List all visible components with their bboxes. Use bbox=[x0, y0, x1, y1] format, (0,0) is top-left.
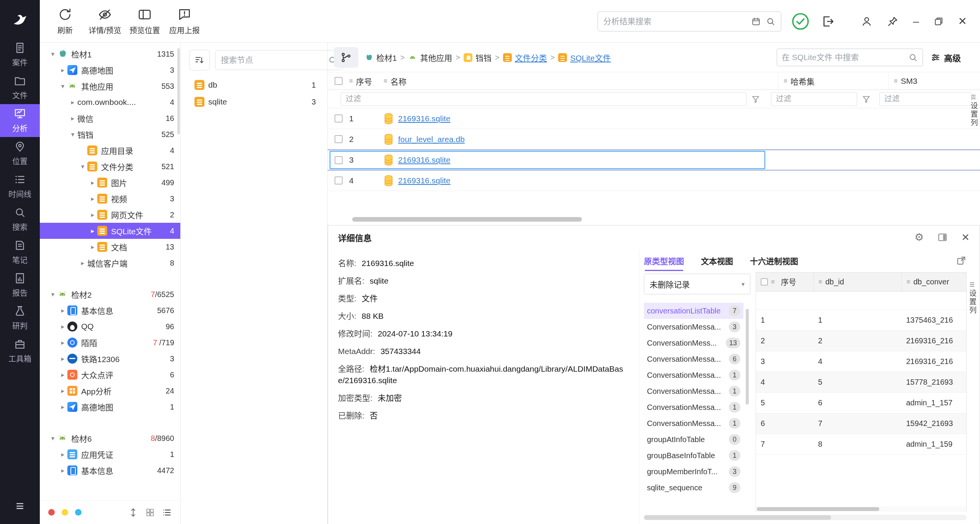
table-row[interactable]: 6715942_21693 bbox=[756, 413, 966, 434]
close-button[interactable]: ✕ bbox=[958, 16, 967, 27]
chevron-right-icon[interactable]: ▸ bbox=[88, 179, 97, 187]
tree-item[interactable]: ▸ 基本信息 5676 bbox=[40, 302, 180, 318]
advanced-search-button[interactable]: 高级 bbox=[931, 51, 961, 64]
chevron-right-icon[interactable]: ▸ bbox=[88, 211, 97, 219]
chevron-down-icon[interactable]: ▾ bbox=[78, 163, 87, 171]
vertical-scrollbar-thumb[interactable] bbox=[746, 309, 749, 405]
chevron-right-icon[interactable]: ▸ bbox=[78, 259, 87, 267]
chevron-right-icon[interactable]: ▸ bbox=[58, 355, 67, 363]
table-row[interactable]: 222169316_216 bbox=[756, 331, 966, 351]
db-table-item[interactable]: ConversationMessa...1 bbox=[644, 399, 743, 415]
minimize-button[interactable]: – bbox=[913, 16, 919, 27]
tree-item[interactable]: ▾ 铛铛 525 bbox=[40, 126, 180, 142]
file-link[interactable]: 2169316.sqlite bbox=[398, 114, 451, 123]
sidebar-item-timeline[interactable]: 时间线 bbox=[0, 170, 40, 203]
db-table-item[interactable]: groupBaseInfoTable1 bbox=[644, 447, 743, 464]
tree-item[interactable]: ▾ 其他应用 553 bbox=[40, 78, 180, 94]
tab-original-view[interactable]: 原类型视图 bbox=[644, 255, 684, 266]
table-row[interactable]: 2 four_level_area.db bbox=[328, 129, 980, 150]
record-filter-dropdown[interactable]: 未删除记录 ▾ bbox=[644, 274, 750, 294]
tree-item[interactable]: ▸ QQ 96 bbox=[40, 318, 180, 335]
funnel-icon[interactable] bbox=[862, 95, 871, 104]
sidebar-item-report[interactable]: 报告 bbox=[0, 269, 40, 302]
chevron-right-icon[interactable]: ▸ bbox=[88, 195, 97, 203]
chevron-right-icon[interactable]: ▸ bbox=[88, 243, 97, 251]
table-row[interactable]: 4 2169316.sqlite bbox=[328, 170, 980, 191]
table-row[interactable]: 78admin_1_159 bbox=[756, 434, 966, 455]
table-row[interactable]: 1 2169316.sqlite bbox=[328, 108, 980, 129]
calendar-icon[interactable] bbox=[751, 16, 761, 26]
export-icon[interactable] bbox=[821, 15, 835, 28]
analysis-result-search-input[interactable] bbox=[603, 17, 746, 26]
tree-item[interactable]: ▸ 陌陌 7 /719 bbox=[40, 335, 180, 351]
db-table-item[interactable]: sqlite_sequence9 bbox=[644, 480, 743, 496]
sidebar-item-case[interactable]: 案件 bbox=[0, 38, 40, 71]
close-icon[interactable]: ✕ bbox=[961, 232, 970, 242]
maximize-restore-button[interactable] bbox=[934, 16, 944, 26]
hashset-filter-input[interactable] bbox=[776, 95, 852, 103]
tab-hex-view[interactable]: 十六进制视图 bbox=[750, 255, 798, 266]
chevron-down-icon[interactable]: ▾ bbox=[48, 434, 57, 442]
app-report-button[interactable]: 应用上报 bbox=[165, 7, 204, 36]
name-filter-input[interactable] bbox=[346, 95, 742, 103]
tree-item[interactable]: ▸ 高德地图 3 bbox=[40, 62, 180, 78]
chevron-down-icon[interactable]: ▾ bbox=[48, 50, 57, 58]
scrollbar-thumb[interactable] bbox=[644, 515, 831, 520]
row-checkbox[interactable] bbox=[335, 156, 343, 164]
column-settings-control[interactable]: ☰ 设置列 bbox=[969, 94, 978, 127]
column-menu-icon[interactable]: ≡ bbox=[906, 278, 910, 286]
menu-hamburger-icon[interactable]: ≡ bbox=[16, 498, 24, 514]
select-all-checkbox[interactable] bbox=[761, 278, 768, 286]
sidebar-item-location[interactable]: 位置 bbox=[0, 137, 40, 170]
blue-tag-dot[interactable] bbox=[75, 509, 82, 516]
dock-panel-icon[interactable] bbox=[938, 232, 947, 242]
db-table-item[interactable]: ConversationMessa...1 bbox=[644, 367, 743, 383]
tree-item[interactable]: ▸ 高德地图 1 bbox=[40, 399, 180, 415]
breadcrumb-item-sqlite-files[interactable]: SQLite文件 bbox=[558, 52, 611, 63]
db-table-item-selected[interactable]: conversationListTable7 bbox=[644, 303, 743, 319]
chevron-down-icon[interactable]: ▾ bbox=[68, 131, 77, 139]
tree-item[interactable]: ▸ 基本信息 4472 bbox=[40, 462, 180, 478]
detail-preview-button[interactable]: 详情/预览 bbox=[85, 7, 125, 36]
file-link[interactable]: 2169316.sqlite bbox=[398, 155, 451, 165]
column-menu-icon[interactable]: ≡ bbox=[894, 77, 898, 85]
chevron-right-icon[interactable]: ▸ bbox=[68, 98, 77, 106]
branch-view-button[interactable] bbox=[334, 47, 358, 68]
column-header-hashset[interactable]: ≡哈希集 bbox=[778, 72, 888, 90]
column-header-db-conver[interactable]: ≡db_conver bbox=[902, 273, 966, 291]
column-menu-icon[interactable]: ≡ bbox=[784, 77, 787, 85]
tree-item[interactable]: ▸ 铁路12306 3 bbox=[40, 351, 180, 367]
row-checkbox[interactable] bbox=[335, 135, 343, 143]
column-settings-control[interactable]: ☰ 设置列 bbox=[967, 281, 977, 315]
column-menu-icon[interactable]: ≡ bbox=[818, 278, 822, 286]
sidebar-item-toolbox[interactable]: 工具箱 bbox=[0, 335, 40, 367]
scrollbar-thumb[interactable] bbox=[757, 507, 879, 511]
chevron-right-icon[interactable]: ▸ bbox=[58, 467, 67, 475]
file-link[interactable]: four_level_area.db bbox=[398, 135, 465, 144]
column-header-no[interactable]: ≡序号 bbox=[756, 276, 813, 287]
chevron-right-icon[interactable]: ▸ bbox=[58, 66, 67, 74]
tree-item[interactable]: ▸ 网页文件 2 bbox=[40, 207, 180, 223]
file-link[interactable]: 2169316.sqlite bbox=[398, 176, 451, 185]
breadcrumb-item-dangdang[interactable]: 铛铛 bbox=[464, 52, 492, 63]
sm3-filter-input[interactable] bbox=[884, 95, 967, 103]
tree-item[interactable]: ▸ 文档 13 bbox=[40, 239, 180, 255]
funnel-icon[interactable] bbox=[751, 95, 760, 104]
align-center-icon[interactable] bbox=[128, 508, 138, 517]
tree-item[interactable]: 应用目录 4 bbox=[40, 142, 180, 158]
scope-search-input[interactable] bbox=[782, 53, 905, 62]
table-row[interactable]: 56admin_1_157 bbox=[756, 393, 966, 413]
column-menu-icon[interactable]: ≡ bbox=[384, 77, 387, 85]
sidebar-item-files[interactable]: 文件 bbox=[0, 71, 40, 104]
breadcrumb-item-other-apps[interactable]: 其他应用 bbox=[408, 52, 452, 63]
tree-item[interactable]: ▸ 应用凭证 1 bbox=[40, 446, 180, 462]
column-header-sm3[interactable]: ≡SM3 bbox=[888, 72, 980, 90]
db-table-item[interactable]: ConversationMessa...3 bbox=[644, 319, 743, 335]
sidebar-item-analysis[interactable]: 分析 bbox=[0, 104, 40, 137]
tree-item[interactable]: ▸ com.ownbook.... 4 bbox=[40, 94, 180, 110]
tree-item[interactable]: ▾ 检材1 1315 bbox=[40, 46, 180, 62]
db-table-item[interactable]: ConversationMessa...6 bbox=[644, 351, 743, 367]
sort-button[interactable] bbox=[189, 50, 210, 70]
chevron-right-icon[interactable]: ▸ bbox=[58, 323, 67, 331]
sidebar-item-research[interactable]: 研判 bbox=[0, 302, 40, 335]
